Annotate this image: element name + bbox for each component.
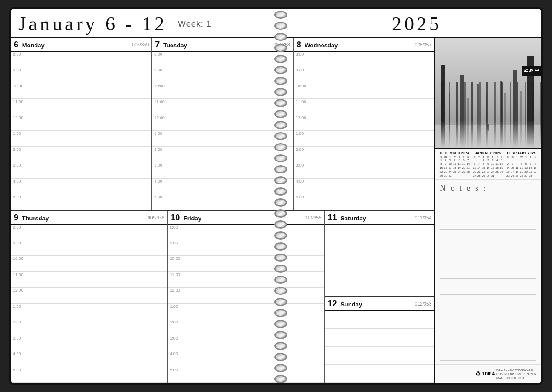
svg-rect-7 <box>500 81 502 148</box>
day-saturday: 11 Saturday 011/354 <box>325 211 434 298</box>
notes-line[interactable] <box>440 197 536 213</box>
monday-slots: 8:00 9:00 10:00 11:00 12:00 1:00 2:00 3:… <box>11 52 151 210</box>
notes-line[interactable] <box>440 295 536 311</box>
time-slot: 9:00 <box>11 67 151 83</box>
header-year: 2025 <box>392 13 442 35</box>
main-content: 6 Monday 006/359 8:00 9:00 10:00 11:00 1… <box>11 38 541 383</box>
friday-header: 10 Friday 010/355 <box>168 211 324 225</box>
days-bottom-row: 9 Thursday 009/356 8:00 9:00 10:00 11:00… <box>11 211 434 383</box>
time-slot: 4:00 <box>11 179 151 194</box>
svg-rect-2 <box>441 65 445 148</box>
notes-line[interactable] <box>440 328 536 345</box>
saturday-slots <box>325 225 434 297</box>
time-slot: 2:00 <box>11 147 151 162</box>
footer-badge: ♻ 100% RECYCLED PRODUCTS POST-CONSUMER P… <box>435 364 541 383</box>
photo-section: JAN <box>435 38 541 149</box>
day-monday: 6 Monday 006/359 8:00 9:00 10:00 11:00 1… <box>11 38 152 210</box>
svg-rect-5 <box>513 70 517 148</box>
header-date-range: January 6 - 12 <box>18 13 167 35</box>
right-sidebar: JAN December 2024 s m t w t f s 1 <box>435 38 541 383</box>
svg-rect-6 <box>477 84 479 148</box>
sunday-header: 12 Sunday 012/353 <box>325 297 434 311</box>
recycled-percent: 100% <box>482 371 495 376</box>
svg-rect-11 <box>504 93 506 148</box>
time-slot: 11:00 <box>11 99 151 115</box>
svg-rect-9 <box>467 98 469 148</box>
svg-point-13 <box>487 124 489 131</box>
saturday-header: 11 Saturday 011/354 <box>325 211 434 225</box>
tuesday-header: 7 Tuesday 007/358 <box>152 38 293 52</box>
monday-header: 6 Monday 006/359 <box>11 38 151 52</box>
day-sunday: 12 Sunday 012/353 <box>325 297 434 383</box>
calendar-area: 6 Monday 006/359 8:00 9:00 10:00 11:00 1… <box>11 38 435 383</box>
friday-slots: 8:00 9:00 10:00 11:00 12:00 1:00 2:00 3:… <box>168 225 324 383</box>
svg-rect-0 <box>435 38 541 148</box>
thursday-slots: 8:00 9:00 10:00 11:00 12:00 1:00 2:00 3:… <box>11 225 167 383</box>
time-slot: 1:00 <box>11 131 151 146</box>
mini-cal-december: December 2024 s m t w t f s 1 2 3 4 5 <box>439 151 471 178</box>
notes-line[interactable] <box>440 262 536 279</box>
svg-rect-4 <box>460 75 464 148</box>
notes-line[interactable] <box>440 344 536 361</box>
notes-line[interactable] <box>440 311 536 328</box>
badge-subtext: RECYCLED PRODUCTS POST-CONSUMER PAPER MA… <box>496 368 536 380</box>
day-thursday: 9 Thursday 009/356 8:00 9:00 10:00 11:00… <box>11 211 168 383</box>
days-top-row: 6 Monday 006/359 8:00 9:00 10:00 11:00 1… <box>11 38 434 211</box>
wednesday-slots: 8:00 9:00 10:00 11:00 12:00 1:00 2:00 3:… <box>294 52 434 210</box>
recycle-icon: ♻ <box>475 370 481 377</box>
notes-lines <box>440 197 536 361</box>
tuesday-slots: 8:00 9:00 10:00 11:00 12:00 1:00 2:00 3:… <box>152 52 293 210</box>
time-slot: 3:00 <box>11 162 151 178</box>
time-slot: 12:00 <box>11 115 151 131</box>
thursday-header: 9 Thursday 009/356 <box>11 211 167 225</box>
svg-rect-8 <box>449 93 450 148</box>
notes-title: N o t e s : <box>440 184 536 193</box>
header-week: Week: 1 <box>178 19 212 29</box>
svg-rect-10 <box>486 95 487 148</box>
forest-photo <box>435 38 541 148</box>
jan-tab: JAN <box>522 66 541 76</box>
time-slot: 8:00 <box>11 52 151 67</box>
time-slot: 10:00 <box>11 83 151 99</box>
mini-cal-january: January 2025 s m t w t f s . . 1 2 3 <box>472 151 504 178</box>
day-tuesday: 7 Tuesday 007/358 8:00 9:00 10:00 11:00 … <box>152 38 293 210</box>
notes-line[interactable] <box>440 213 536 230</box>
planner-page: January 6 - 12 Week: 1 2025 6 Monday 006… <box>9 7 543 385</box>
wednesday-header: 8 Wednesday 008/357 <box>294 38 434 52</box>
day-sat-sun-col: 11 Saturday 011/354 12 Sund <box>325 211 434 383</box>
svg-rect-1 <box>435 125 541 148</box>
svg-rect-12 <box>520 91 522 148</box>
notes-line[interactable] <box>440 246 536 263</box>
day-wednesday: 8 Wednesday 008/357 8:00 9:00 10:00 11:0… <box>294 38 434 210</box>
mini-calendars: December 2024 s m t w t f s 1 2 3 4 5 <box>435 149 541 180</box>
notes-line[interactable] <box>440 230 536 246</box>
notes-section: N o t e s : <box>435 180 541 364</box>
sunday-slots <box>325 311 434 383</box>
notes-line[interactable] <box>440 279 536 295</box>
day-friday: 10 Friday 010/355 8:00 9:00 10:00 11:00 … <box>168 211 325 383</box>
mini-cal-february: February 2025 s m t w t f s . . . . . <box>506 151 537 178</box>
header: January 6 - 12 Week: 1 2025 <box>11 9 541 38</box>
time-slot: 5:00 <box>11 194 151 210</box>
